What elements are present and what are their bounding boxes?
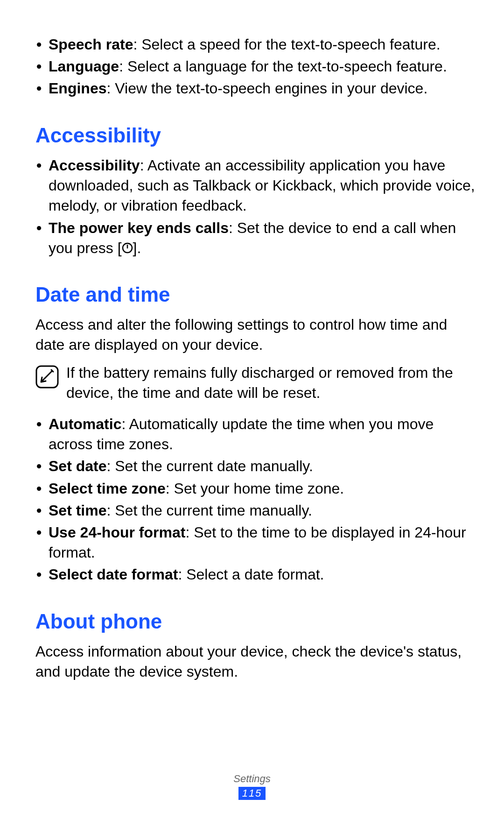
datetime-intro: Access and alter the following settings … bbox=[35, 315, 477, 355]
page-number: 115 bbox=[238, 787, 266, 800]
page-content: Speech rate: Select a speed for the text… bbox=[35, 35, 477, 682]
item-label: Speech rate bbox=[49, 36, 133, 53]
item-label: Set date bbox=[49, 458, 106, 474]
item-label: Engines bbox=[49, 80, 106, 97]
list-item: Engines: View the text-to-speech engines… bbox=[35, 78, 477, 99]
item-desc: : Select a speed for the text-to-speech … bbox=[133, 36, 440, 53]
list-item: Language: Select a language for the text… bbox=[35, 57, 477, 77]
item-label: Language bbox=[49, 58, 119, 75]
item-label: Accessibility bbox=[49, 157, 140, 174]
list-item: Set time: Set the current time manually. bbox=[35, 501, 477, 521]
item-desc: : Select a language for the text-to-spee… bbox=[119, 58, 447, 75]
heading-accessibility: Accessibility bbox=[35, 121, 477, 149]
item-desc: : Select a date format. bbox=[178, 566, 324, 583]
page-footer: Settings 115 bbox=[0, 773, 504, 800]
datetime-list: Automatic: Automatically update the time… bbox=[35, 414, 477, 585]
tts-list: Speech rate: Select a speed for the text… bbox=[35, 35, 477, 99]
item-desc: : Set the current time manually. bbox=[106, 502, 312, 519]
list-item: Automatic: Automatically update the time… bbox=[35, 414, 477, 454]
list-item: Accessibility: Activate an accessibility… bbox=[35, 156, 477, 216]
heading-about: About phone bbox=[35, 608, 477, 635]
note-icon bbox=[35, 365, 59, 389]
list-item: Select time zone: Set your home time zon… bbox=[35, 479, 477, 499]
item-desc: : Set your home time zone. bbox=[166, 480, 344, 497]
list-item: Speech rate: Select a speed for the text… bbox=[35, 35, 477, 55]
item-desc: : Set the current date manually. bbox=[106, 458, 313, 474]
footer-section-label: Settings bbox=[0, 773, 504, 785]
item-label: Automatic bbox=[49, 416, 121, 432]
heading-datetime: Date and time bbox=[35, 281, 477, 308]
item-label: Set time bbox=[49, 502, 106, 519]
item-label: The power key ends calls bbox=[49, 219, 229, 236]
item-label: Use 24-hour format bbox=[49, 524, 185, 541]
about-intro: Access information about your device, ch… bbox=[35, 642, 477, 682]
list-item: Use 24-hour format: Set to the time to b… bbox=[35, 523, 477, 563]
item-desc: : View the text-to-speech engines in you… bbox=[106, 80, 427, 97]
item-desc-post: ]. bbox=[133, 240, 141, 256]
item-label: Select date format bbox=[49, 566, 178, 583]
note-box: If the battery remains fully discharged … bbox=[35, 363, 477, 403]
list-item: The power key ends calls: Set the device… bbox=[35, 218, 477, 258]
accessibility-list: Accessibility: Activate an accessibility… bbox=[35, 156, 477, 258]
list-item: Set date: Set the current date manually. bbox=[35, 456, 477, 476]
power-icon bbox=[122, 242, 133, 254]
item-label: Select time zone bbox=[49, 480, 166, 497]
list-item: Select date format: Select a date format… bbox=[35, 565, 477, 585]
note-text: If the battery remains fully discharged … bbox=[66, 363, 477, 403]
